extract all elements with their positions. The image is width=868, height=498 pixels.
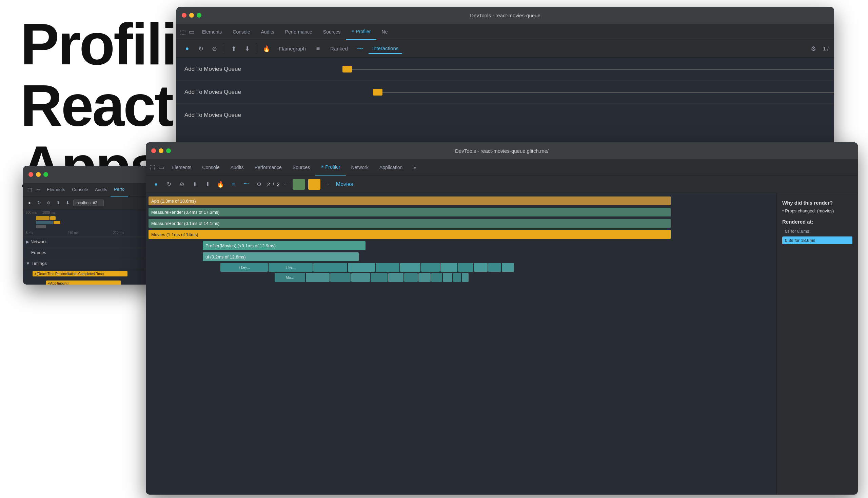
flame-bar-app[interactable]: App (1.3ms of 18.6ms): [149, 196, 671, 205]
tab-sources-top[interactable]: Sources: [318, 24, 346, 40]
flame-mo-2[interactable]: [306, 273, 330, 282]
download-btn[interactable]: ⬇: [242, 43, 253, 54]
flame-bar-measure2[interactable]: MeasureRender (0.1ms of 14.1ms): [149, 219, 671, 228]
upload-btn[interactable]: ⬆: [228, 43, 239, 54]
max-btn-bm[interactable]: [166, 148, 171, 153]
device-icon-bl[interactable]: ▭: [35, 186, 42, 194]
fg-ranked-icon[interactable]: ≡: [229, 180, 238, 189]
flame-bar-ul[interactable]: ul (0.2ms of 12.8ms): [203, 252, 359, 261]
close-btn-bl[interactable]: [28, 172, 33, 177]
flame-small-li2[interactable]: li ke...: [269, 263, 312, 272]
flame-bar-measure1[interactable]: MeasureRender (0.4ms of 17.3ms): [149, 208, 671, 217]
fg-next-btn[interactable]: →: [324, 181, 330, 188]
tab-console-bm[interactable]: Console: [197, 159, 225, 175]
flame-mo-5[interactable]: [371, 273, 387, 282]
reload-btn[interactable]: ↻: [195, 43, 206, 54]
fg-clear-btn[interactable]: ⊘: [177, 180, 187, 189]
max-btn-bl[interactable]: [43, 172, 48, 177]
flame-small-9[interactable]: [458, 263, 473, 272]
tab-profiler-top[interactable]: ✳ Profiler: [346, 24, 376, 40]
flame-icon[interactable]: 🔥: [261, 43, 272, 54]
flame-small-4[interactable]: [348, 263, 375, 272]
flame-mo-8[interactable]: [418, 273, 431, 282]
tab-audits-bl[interactable]: Audits: [91, 183, 111, 196]
flame-bar-movies[interactable]: Movies (1.1ms of 14ms): [149, 230, 671, 239]
ranked-icon[interactable]: ≡: [312, 43, 323, 54]
minimize-button[interactable]: [189, 13, 194, 18]
flame-mo-4[interactable]: [351, 273, 370, 282]
url-input[interactable]: [73, 199, 104, 206]
clear-btn-bl[interactable]: ⊘: [45, 199, 52, 207]
tab-console-bl[interactable]: Console: [68, 183, 91, 196]
flame-small-3[interactable]: [313, 263, 347, 272]
tab-perf-bl[interactable]: Perfo: [111, 183, 128, 196]
tab-audits-top[interactable]: Audits: [256, 24, 280, 40]
reload-btn-bl[interactable]: ↻: [35, 199, 43, 207]
render-time-2[interactable]: 0.3s for 18.6ms: [782, 236, 852, 244]
fg-upload-btn[interactable]: ⬆: [190, 180, 199, 189]
frames-label: Frames: [31, 250, 46, 255]
interactions-tab[interactable]: Interactions: [368, 43, 403, 54]
flame-mo-1[interactable]: Mo...: [275, 273, 305, 282]
flame-mo-10[interactable]: [443, 273, 452, 282]
tab-performance-top[interactable]: Performance: [280, 24, 318, 40]
tab-network-top[interactable]: Ne: [376, 24, 393, 40]
fg-reload-btn[interactable]: ↻: [164, 180, 174, 189]
fg-flame-icon[interactable]: 🔥: [216, 180, 225, 189]
min-btn-bl[interactable]: [36, 172, 41, 177]
flame-mo-3[interactable]: [330, 273, 350, 282]
fg-settings-btn[interactable]: ⚙: [254, 180, 264, 189]
record-btn[interactable]: ●: [182, 43, 193, 54]
flame-small-li1[interactable]: li key...: [220, 263, 268, 272]
flame-mo-9[interactable]: [431, 273, 442, 282]
settings-btn[interactable]: ⚙: [808, 43, 819, 54]
flame-small-8[interactable]: [441, 263, 457, 272]
record-btn-bl[interactable]: ●: [26, 199, 33, 207]
close-btn-bm[interactable]: [151, 148, 156, 153]
tab-console-top[interactable]: Console: [227, 24, 255, 40]
network-expand[interactable]: ▶: [26, 239, 29, 244]
inspect-icon[interactable]: ⬚: [179, 28, 187, 36]
ranked-tab[interactable]: Ranked: [326, 44, 352, 53]
close-button[interactable]: [182, 13, 187, 18]
rendered-at-title: Rendered at:: [782, 219, 852, 225]
fg-interactions-icon[interactable]: 〜: [241, 180, 251, 189]
flame-small-7[interactable]: [421, 263, 440, 272]
device-icon[interactable]: ▭: [188, 28, 195, 36]
tab-network-bm[interactable]: Network: [346, 159, 374, 175]
fg-download-btn[interactable]: ⬇: [203, 180, 212, 189]
fg-record-btn[interactable]: ●: [151, 180, 161, 189]
interactions-icon[interactable]: 〜: [355, 43, 366, 54]
upload-btn-bl[interactable]: ⬆: [54, 199, 62, 207]
min-btn-bm[interactable]: [159, 148, 163, 153]
tab-elements-bm[interactable]: Elements: [166, 159, 197, 175]
tab-audits-bm[interactable]: Audits: [225, 159, 249, 175]
tab-application-bm[interactable]: Application: [374, 159, 408, 175]
download-btn-bl[interactable]: ⬇: [64, 199, 71, 207]
tab-sources-bm[interactable]: Sources: [287, 159, 315, 175]
flame-mo-7[interactable]: [404, 273, 418, 282]
timings-expand[interactable]: ▼: [26, 261, 30, 266]
flame-bar-profiler[interactable]: Profiler(Movies) (<0.1ms of 12.9ms): [203, 241, 366, 250]
inspect-icon-bl[interactable]: ⬚: [26, 186, 33, 194]
flame-small-5[interactable]: [376, 263, 399, 272]
tab-elements-top[interactable]: Elements: [197, 24, 227, 40]
maximize-button[interactable]: [197, 13, 201, 18]
flame-mo-6[interactable]: [388, 273, 404, 282]
clear-btn[interactable]: ⊘: [209, 43, 220, 54]
flame-small-12[interactable]: [502, 263, 514, 272]
tab-profiler-bm[interactable]: ✳ Profiler: [315, 159, 345, 175]
flamegraph-tab[interactable]: Flamegraph: [275, 44, 310, 53]
fg-prev-btn[interactable]: ←: [283, 181, 289, 188]
device-icon-bm[interactable]: ▭: [157, 163, 165, 171]
flame-small-6[interactable]: [400, 263, 420, 272]
flame-mo-12[interactable]: [462, 273, 469, 282]
flame-small-10[interactable]: [474, 263, 488, 272]
tab-more-bm[interactable]: »: [408, 159, 421, 175]
inspect-icon-bm[interactable]: ⬚: [149, 163, 156, 171]
flame-small-11[interactable]: [488, 263, 501, 272]
render-time-1[interactable]: 0s for 8.8ms: [782, 227, 852, 235]
tab-performance-bm[interactable]: Performance: [249, 159, 287, 175]
tab-elements-bl[interactable]: Elements: [43, 183, 68, 196]
flame-mo-11[interactable]: [453, 273, 461, 282]
